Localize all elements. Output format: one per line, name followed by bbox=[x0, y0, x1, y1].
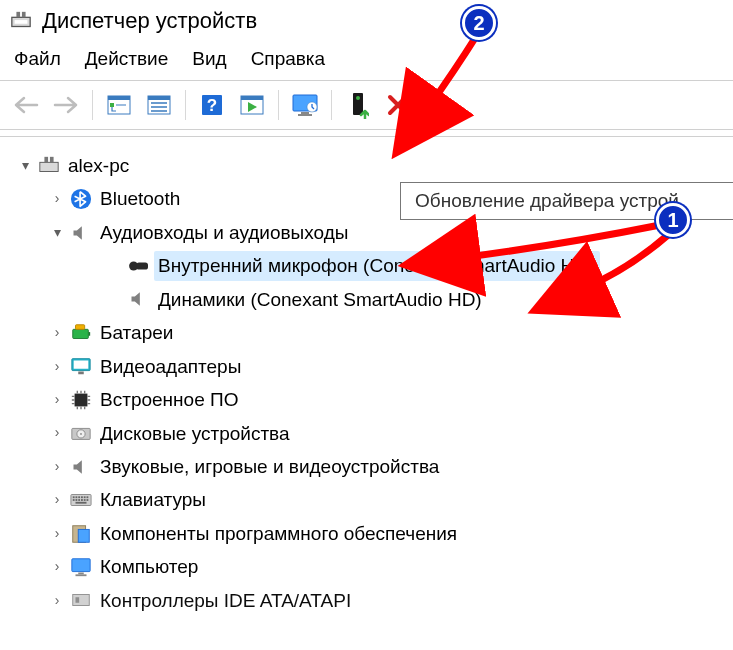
svg-point-35 bbox=[80, 433, 82, 435]
expand-collapse-icon[interactable]: ▾ bbox=[16, 157, 34, 175]
svg-rect-3 bbox=[15, 20, 28, 24]
expand-collapse-icon[interactable]: › bbox=[48, 190, 66, 208]
menu-file[interactable]: Файл bbox=[14, 48, 61, 70]
svg-rect-38 bbox=[76, 496, 78, 498]
tree-category-software-components[interactable]: › Компоненты программного обеспечения bbox=[6, 517, 727, 550]
bluetooth-icon bbox=[70, 188, 92, 210]
speaker-icon bbox=[70, 456, 92, 478]
svg-rect-25 bbox=[136, 262, 148, 269]
component-icon bbox=[70, 523, 92, 545]
tree-label: Звуковые, игровые и видеоустройства bbox=[100, 452, 439, 481]
chip-icon bbox=[70, 389, 92, 411]
svg-rect-41 bbox=[84, 496, 86, 498]
update-driver-button[interactable] bbox=[338, 85, 378, 125]
keyboard-icon bbox=[70, 489, 92, 511]
tree-label: Дисковые устройства bbox=[100, 419, 290, 448]
tree-category-keyboards[interactable]: › Клавиатуры bbox=[6, 483, 727, 516]
disable-device-button[interactable] bbox=[418, 85, 458, 125]
tree-label: Динамики (Conexant SmartAudio HD) bbox=[158, 285, 482, 314]
expand-collapse-icon[interactable]: › bbox=[48, 491, 66, 509]
menu-action[interactable]: Действие bbox=[85, 48, 169, 70]
tree-label: Компьютер bbox=[100, 552, 198, 581]
menu-view[interactable]: Вид bbox=[192, 48, 226, 70]
svg-rect-27 bbox=[88, 332, 90, 336]
arrow-right-icon bbox=[53, 95, 79, 115]
svg-rect-43 bbox=[73, 499, 75, 501]
device-manager-icon bbox=[10, 10, 32, 32]
tree-label: Видеоадаптеры bbox=[100, 352, 241, 381]
svg-rect-31 bbox=[78, 372, 84, 375]
tree-label: Компоненты программного обеспечения bbox=[100, 519, 457, 548]
svg-rect-5 bbox=[108, 96, 130, 100]
expand-collapse-icon[interactable]: › bbox=[48, 391, 66, 409]
tree-category-ide[interactable]: › Контроллеры IDE ATA/ATAPI bbox=[6, 584, 727, 617]
monitor-icon bbox=[70, 556, 92, 578]
uninstall-device-button[interactable] bbox=[378, 85, 418, 125]
tooltip: Обновление драйвера устрой bbox=[400, 182, 733, 220]
help-icon: ? bbox=[200, 93, 224, 117]
expand-collapse-icon[interactable]: ▾ bbox=[48, 224, 66, 242]
svg-rect-42 bbox=[87, 496, 89, 498]
svg-rect-12 bbox=[241, 96, 263, 100]
tree-label: alex-pc bbox=[68, 151, 129, 180]
svg-rect-15 bbox=[298, 114, 312, 116]
svg-rect-26 bbox=[73, 329, 89, 338]
svg-rect-49 bbox=[76, 502, 87, 504]
tree-category-firmware[interactable]: › Встроенное ПО bbox=[6, 383, 727, 416]
window-list-icon bbox=[146, 94, 172, 116]
svg-rect-37 bbox=[73, 496, 75, 498]
arrow-left-icon bbox=[13, 95, 39, 115]
svg-rect-56 bbox=[76, 598, 80, 604]
tree-item-speakers[interactable]: › Динамики (Conexant SmartAudio HD) bbox=[6, 283, 727, 316]
expand-collapse-icon[interactable]: › bbox=[48, 525, 66, 543]
scan-hardware-button[interactable] bbox=[232, 85, 272, 125]
window-tree-icon bbox=[106, 94, 132, 116]
expand-collapse-icon[interactable]: › bbox=[48, 458, 66, 476]
controller-icon bbox=[70, 589, 92, 611]
nav-forward-button[interactable] bbox=[46, 85, 86, 125]
tree-category-sound-video-game[interactable]: › Звуковые, игровые и видеоустройства bbox=[6, 450, 727, 483]
tree-label: Батареи bbox=[100, 318, 173, 347]
tree-label: Контроллеры IDE ATA/ATAPI bbox=[100, 586, 351, 615]
tree-category-computer[interactable]: › Компьютер bbox=[6, 550, 727, 583]
svg-rect-22 bbox=[50, 157, 54, 163]
svg-rect-14 bbox=[301, 112, 309, 114]
toolbar-separator bbox=[92, 90, 93, 120]
tree-label: Встроенное ПО bbox=[100, 385, 238, 414]
svg-rect-2 bbox=[22, 12, 26, 18]
tree-category-audio[interactable]: ▾ Аудиовходы и аудиовыходы bbox=[6, 216, 727, 249]
tree-label: Клавиатуры bbox=[100, 485, 206, 514]
svg-rect-45 bbox=[78, 499, 80, 501]
expand-collapse-icon[interactable]: › bbox=[48, 558, 66, 576]
svg-rect-52 bbox=[72, 559, 90, 572]
tree-category-disk-drives[interactable]: › Дисковые устройства bbox=[6, 417, 727, 450]
tree-item-microphone[interactable]: › Внутренний микрофон (Conexant SmartAud… bbox=[6, 249, 727, 282]
tree-root[interactable]: ▾ alex-pc bbox=[6, 149, 727, 182]
help-button[interactable]: ? bbox=[192, 85, 232, 125]
svg-rect-30 bbox=[74, 361, 89, 369]
svg-rect-47 bbox=[84, 499, 86, 501]
tree-category-display-adapters[interactable]: › Видеоадаптеры bbox=[6, 350, 727, 383]
computer-root-icon bbox=[38, 155, 60, 177]
svg-rect-53 bbox=[78, 572, 84, 574]
battery-icon bbox=[70, 322, 92, 344]
show-hidden-button[interactable] bbox=[99, 85, 139, 125]
window-play-icon bbox=[239, 94, 265, 116]
svg-rect-20 bbox=[40, 162, 58, 171]
speaker-icon bbox=[70, 222, 92, 244]
toolbar: ? bbox=[0, 80, 733, 130]
toolbar-separator bbox=[185, 90, 186, 120]
expand-collapse-icon[interactable]: › bbox=[48, 357, 66, 375]
tree-category-batteries[interactable]: › Батареи bbox=[6, 316, 727, 349]
monitor-button[interactable] bbox=[285, 85, 325, 125]
expand-collapse-icon[interactable]: › bbox=[48, 324, 66, 342]
nav-back-button[interactable] bbox=[6, 85, 46, 125]
toolbar-separator bbox=[331, 90, 332, 120]
svg-rect-8 bbox=[148, 96, 170, 100]
expand-collapse-icon[interactable]: › bbox=[48, 591, 66, 609]
monitor-icon bbox=[291, 93, 319, 117]
menu-help[interactable]: Справка bbox=[251, 48, 326, 70]
properties-button[interactable] bbox=[139, 85, 179, 125]
expand-collapse-icon[interactable]: › bbox=[48, 424, 66, 442]
tooltip-text: Обновление драйвера устрой bbox=[415, 190, 679, 211]
